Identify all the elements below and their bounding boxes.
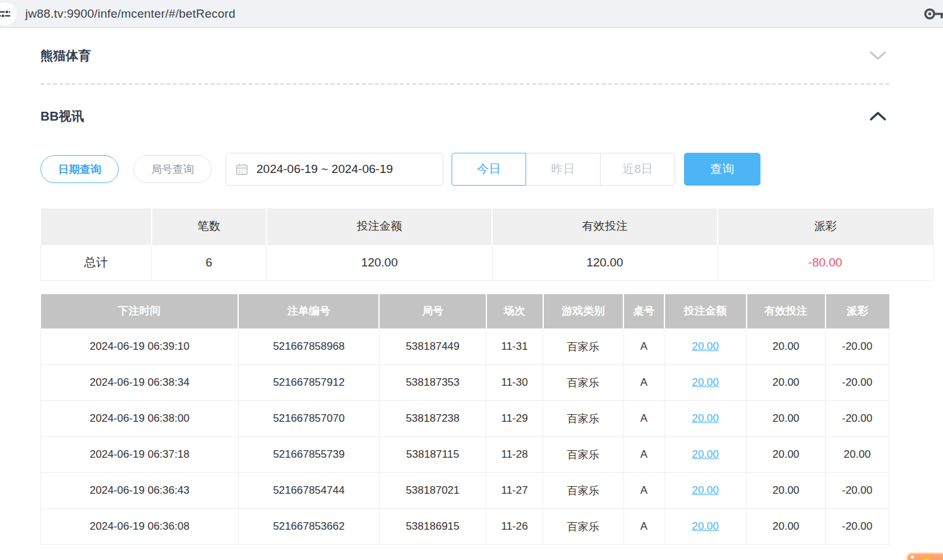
calendar-icon (235, 162, 249, 176)
col-header-bet-amount: 投注金额 (664, 294, 747, 329)
col-header-game-type: 游戏类别 (543, 294, 624, 329)
table-row: 2024-06-19 06:37:18 521667855739 5381871… (41, 437, 889, 473)
cell-session: 11-30 (486, 365, 543, 401)
summary-count-value: 6 (152, 244, 267, 280)
coin-icon (919, 557, 934, 560)
section-bb-video: BB视讯 (40, 85, 889, 131)
date-range-value: 2024-06-19 ~ 2024-06-19 (256, 162, 393, 176)
cell-bet-time: 2024-06-19 06:37:18 (41, 437, 239, 473)
cell-payout: -20.00 (826, 473, 889, 509)
col-header-payout: 派彩 (826, 294, 889, 329)
cell-valid-bet: 20.00 (747, 509, 826, 545)
table-row: 2024-06-19 06:38:00 521667857070 5381872… (41, 401, 889, 437)
summary-header-payout: 派彩 (718, 208, 934, 244)
bet-amount-link[interactable]: 20.00 (692, 376, 719, 388)
cell-round-number: 538187021 (379, 473, 486, 509)
cell-game-type: 百家乐 (543, 365, 624, 401)
promo-dot (911, 556, 914, 559)
quick-range-group: 今日 昨日 近8日 (452, 153, 675, 186)
search-button[interactable]: 查询 (684, 153, 760, 186)
today-button[interactable]: 今日 (452, 153, 526, 186)
section-title-panda: 熊猫体育 (40, 47, 91, 64)
col-header-table-number: 桌号 (623, 294, 664, 329)
date-query-tab[interactable]: 日期查询 (40, 155, 119, 183)
round-query-tab[interactable]: 局号查询 (133, 155, 212, 183)
cell-bet-time: 2024-06-19 06:38:00 (41, 401, 239, 437)
cell-bet-id: 521667857070 (238, 401, 379, 437)
cell-bet-time: 2024-06-19 06:36:08 (41, 509, 239, 545)
cell-round-number: 538187353 (379, 365, 486, 401)
col-header-bet-id: 注单编号 (238, 294, 379, 329)
cell-table-number: A (623, 329, 664, 365)
cell-bet-id: 521667855739 (238, 437, 379, 473)
cell-bet-time: 2024-06-19 06:36:43 (41, 473, 239, 509)
summary-header-bet-amount: 投注金额 (267, 208, 492, 244)
cell-bet-time: 2024-06-19 06:38:34 (41, 365, 239, 401)
cell-round-number: 538187115 (379, 437, 486, 473)
bet-amount-link[interactable]: 20.00 (692, 448, 719, 460)
bet-amount-link[interactable]: 20.00 (692, 412, 719, 424)
last-8-days-button[interactable]: 近8日 (601, 153, 675, 186)
cell-bet-id: 521667854744 (238, 473, 379, 509)
cell-session: 11-27 (486, 473, 543, 509)
cell-session: 11-28 (486, 437, 543, 473)
section-panda-sports: 熊猫体育 (40, 28, 889, 83)
cell-valid-bet: 20.00 (747, 473, 826, 509)
cell-table-number: A (623, 437, 664, 473)
cell-game-type: 百家乐 (543, 437, 624, 473)
summary-header-count: 笔数 (152, 208, 267, 244)
col-header-round-number: 局号 (379, 294, 486, 329)
summary-payout-value: -80.00 (718, 244, 934, 280)
summary-header-blank (41, 208, 152, 244)
summary-total-row: 总计 6 120.00 120.00 -80.00 (41, 244, 934, 280)
cell-valid-bet: 20.00 (747, 437, 826, 473)
url-text[interactable]: jw88.tv:9900/infe/mcenter/#/betRecord (25, 7, 236, 21)
col-header-valid-bet: 有效投注 (747, 294, 826, 329)
summary-total-label: 总计 (41, 244, 152, 280)
cell-valid-bet: 20.00 (747, 401, 826, 437)
bet-amount-link[interactable]: 20.00 (692, 520, 719, 532)
expand-panda-button[interactable] (867, 48, 889, 63)
bet-amount-link[interactable]: 20.00 (692, 340, 719, 352)
cell-payout: -20.00 (826, 509, 889, 545)
cell-bet-id: 521667858968 (238, 329, 379, 365)
table-header-row: 下注时间 注单编号 局号 场次 游戏类别 桌号 投注金额 有效投注 派彩 (41, 294, 889, 329)
cell-session: 11-29 (486, 401, 543, 437)
summary-header-valid-bet: 有效投注 (492, 208, 717, 244)
cell-round-number: 538186915 (379, 509, 486, 545)
cell-table-number: A (623, 473, 664, 509)
col-header-session: 场次 (486, 294, 543, 329)
table-row: 2024-06-19 06:36:43 521667854744 5381870… (41, 473, 889, 509)
cell-session: 11-31 (486, 329, 543, 365)
cell-game-type: 百家乐 (543, 509, 624, 545)
table-row: 2024-06-19 06:38:34 521667857912 5381873… (41, 365, 889, 401)
password-key-icon[interactable] (923, 6, 943, 25)
site-info-icon[interactable] (0, 3, 16, 25)
col-header-bet-time: 下注时间 (41, 294, 239, 329)
cell-table-number: A (623, 509, 664, 545)
section-title-bb: BB视讯 (40, 108, 84, 125)
collapse-bb-button[interactable] (867, 109, 889, 124)
cell-table-number: A (623, 365, 664, 401)
bet-amount-link[interactable]: 20.00 (692, 484, 719, 496)
tune-sliders-icon (0, 8, 11, 20)
cell-valid-bet: 20.00 (747, 329, 826, 365)
cell-game-type: 百家乐 (543, 329, 624, 365)
key-icon (923, 6, 943, 22)
summary-table: 笔数 投注金额 有效投注 派彩 总计 6 120.00 120.00 -80.0… (40, 208, 934, 281)
cell-valid-bet: 20.00 (747, 365, 826, 401)
table-row: 2024-06-19 06:39:10 521667858968 5381874… (41, 329, 889, 365)
date-range-input[interactable]: 2024-06-19 ~ 2024-06-19 (225, 153, 443, 186)
bet-record-table: 下注时间 注单编号 局号 场次 游戏类别 桌号 投注金额 有效投注 派彩 202… (40, 294, 889, 545)
cell-table-number: A (623, 401, 664, 437)
yesterday-button[interactable]: 昨日 (526, 153, 601, 186)
cell-payout: -20.00 (826, 365, 889, 401)
cell-payout: -20.00 (826, 401, 889, 437)
browser-address-bar[interactable]: jw88.tv:9900/infe/mcenter/#/betRecord (0, 0, 943, 28)
summary-bet-amount-value: 120.00 (267, 244, 492, 280)
cell-round-number: 538187238 (379, 401, 486, 437)
floating-promo-widget[interactable] (906, 552, 943, 560)
cell-bet-time: 2024-06-19 06:39:10 (41, 329, 239, 365)
chevron-up-icon (869, 111, 887, 121)
cell-bet-id: 521667853662 (238, 509, 379, 545)
